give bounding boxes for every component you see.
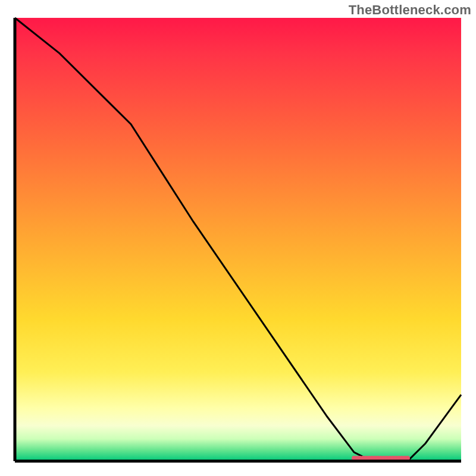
chart-container: TheBottleneck.com: [0, 0, 476, 476]
chart-line: [15, 18, 461, 461]
watermark-text: TheBottleneck.com: [349, 2, 471, 18]
chart-svg: [15, 18, 461, 461]
